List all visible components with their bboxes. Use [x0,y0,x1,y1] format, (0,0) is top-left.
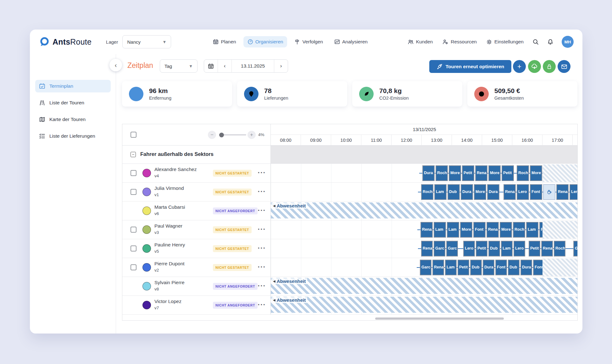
stop-bar[interactable]: More [449,165,461,181]
stop-bar[interactable]: Garc [573,241,577,256]
zoom-out-button[interactable]: − [208,131,216,139]
sidebar-item-karte-der-touren[interactable]: Karte der Touren [35,113,111,126]
stop-bar[interactable]: Dura [461,184,473,200]
stop-bar[interactable]: Dub [470,260,482,275]
stop-bar[interactable]: Rena [420,222,433,238]
stop-bar[interactable]: Petit [502,165,514,181]
row-checkbox[interactable] [131,170,136,176]
collapse-sidebar-button[interactable]: ‹ [109,59,122,71]
row-checkbox[interactable] [131,227,136,233]
stop-bar[interactable]: Font [473,222,486,238]
stop-bar[interactable]: Rena [556,184,569,200]
stop-bar[interactable]: More [500,222,512,238]
nav-item-einstellungen[interactable]: Einstellungen [486,37,524,47]
stop-bar[interactable]: Dub [448,184,460,200]
lock-button[interactable] [543,60,556,73]
row-menu-button[interactable]: ••• [258,283,266,288]
nav-item-ressourcen[interactable]: Ressourcen [442,37,477,47]
stop-bar[interactable]: Lero [514,241,525,256]
stop-bar[interactable]: Lero [463,241,475,256]
stop-bar[interactable]: Roch [517,165,529,181]
nav-item-verfolgen[interactable]: Verfolgen [290,36,327,47]
stop-bar[interactable]: Garc [434,241,445,256]
stop-bar[interactable]: Lero [517,184,529,200]
stop-bar[interactable]: Garc [420,260,431,275]
notifications-button[interactable] [547,39,554,45]
row-menu-button[interactable]: ••• [258,170,266,175]
row-checkbox[interactable] [131,189,136,195]
stop-bar[interactable]: Lero [570,184,577,200]
mail-button[interactable] [558,60,570,73]
stop-bar[interactable]: More [460,222,472,238]
sidebar-item-liste-der-lieferungen[interactable]: Liste der Lieferungen [35,130,111,142]
reoptimize-tours-button[interactable]: Touren erneut optimieren [429,60,511,73]
nav-item-organisieren[interactable]: Organisieren [243,36,287,47]
sidebar-item-terminplan[interactable]: Terminplan [35,80,111,92]
stop-bar[interactable]: Roch [436,165,448,181]
stop-bar[interactable]: Lam [501,241,513,256]
stop-bar[interactable]: Roch [513,222,525,238]
stop-bar[interactable]: Rena [541,241,553,256]
break-slot[interactable] [543,184,555,200]
next-day-button[interactable]: › [274,60,288,72]
row-checkbox[interactable] [131,245,136,251]
stop-bar[interactable]: Lam [445,260,457,275]
stop-bar[interactable]: Lam [526,222,538,238]
customers-icon [408,39,414,45]
stop-bar[interactable]: More [530,165,542,181]
cloud-download-button[interactable] [528,60,541,73]
stop-bar[interactable]: Dub [508,260,520,275]
stop-bar[interactable]: Dura [520,260,532,275]
warehouse-select[interactable]: Nancy▼ [122,35,171,48]
nav-item-kunden[interactable]: Kunden [407,37,433,47]
prev-day-button[interactable]: ‹ [218,60,232,72]
stop-bar[interactable]: Rena [475,165,487,181]
stop-bar[interactable]: Roch [554,241,565,256]
stop-bar[interactable]: Font [530,184,542,200]
stop-bar[interactable]: Rena [421,241,433,256]
stop-bar[interactable]: Dura [483,260,494,275]
nav-item-analysieren[interactable]: Analysieren [330,36,372,47]
stop-bar[interactable]: Petit [462,165,474,181]
stop-bar[interactable]: Petit [476,241,487,256]
collapse-group-icon[interactable]: − [131,152,136,157]
add-button[interactable]: + [513,60,526,73]
stop-bar[interactable]: Garc [446,241,458,256]
select-all-checkbox[interactable] [131,132,136,138]
zoom-slider-knob[interactable] [219,133,224,137]
stop-bar[interactable]: Lam [447,222,459,238]
row-menu-button[interactable]: ••• [258,302,266,307]
stop-bar[interactable]: Lam [434,222,446,238]
horizontal-scrollbar[interactable] [375,317,504,320]
absence-band[interactable] [271,297,577,313]
row-menu-button[interactable]: ••• [258,264,266,269]
absence-band[interactable] [271,202,577,218]
stop-bar[interactable]: More [474,184,486,200]
user-avatar[interactable]: MH [562,36,574,48]
stop-bar[interactable]: Petit [529,241,540,256]
row-menu-button[interactable]: ••• [258,245,266,250]
zoom-in-button[interactable]: + [248,131,256,139]
stop-bar[interactable]: Rena [487,222,499,238]
search-button[interactable] [532,39,539,45]
view-select[interactable]: Tag▼ [160,59,198,73]
absence-band[interactable] [271,278,577,294]
stop-bar[interactable]: Lam [434,184,447,200]
row-menu-button[interactable]: ••• [258,189,266,194]
row-checkbox[interactable] [131,264,136,270]
stop-bar[interactable]: Roch [421,184,433,200]
stop-bar[interactable]: Dub [488,241,500,256]
row-menu-button[interactable]: ••• [258,227,266,231]
date-display[interactable]: 13.11.2025 [232,60,274,72]
stop-bar[interactable]: Rena [432,260,444,275]
stop-bar[interactable]: More [488,165,501,181]
sidebar-item-liste-der-touren[interactable]: Liste der Touren [35,97,111,109]
stop-bar[interactable]: Dura [422,165,435,181]
stop-bar[interactable]: Font [495,260,507,275]
calendar-picker-button[interactable] [204,60,218,72]
stop-bar[interactable]: Petit [458,260,469,275]
row-menu-button[interactable]: ••• [258,208,266,212]
nav-item-planen[interactable]: Planen [209,36,240,47]
stop-bar[interactable]: Dura [487,184,499,200]
stop-bar[interactable]: Rena [504,184,516,200]
